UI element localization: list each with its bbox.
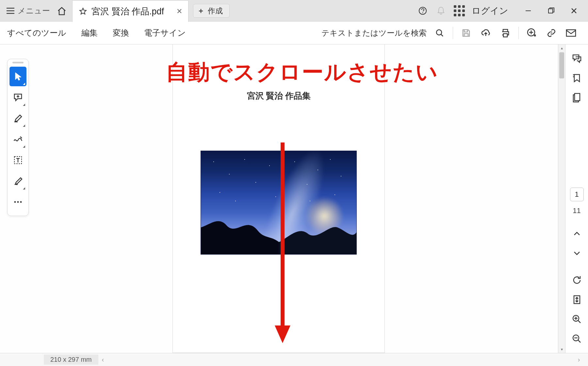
title-bar: メニュー 宮沢 賢治 作品.pdf ✕ ＋ 作成 ログイン	[0, 0, 588, 22]
hscroll-left-button[interactable]: ‹	[98, 356, 107, 363]
help-icon	[418, 7, 427, 15]
page-number-input[interactable]: 1	[570, 188, 584, 201]
svg-rect-13	[575, 93, 580, 101]
title-bar-right: ログイン	[414, 0, 588, 21]
link-icon	[547, 28, 556, 38]
minimize-icon	[525, 8, 531, 14]
document-heading: 宮沢 賢治 作品集	[173, 90, 384, 102]
window-close-button[interactable]	[563, 0, 585, 22]
document-scroll[interactable]: 宮沢 賢治 作品集	[0, 44, 557, 353]
page-total: 11	[573, 207, 580, 215]
scroll-thumb[interactable]	[559, 52, 564, 78]
zoom-out-button[interactable]	[569, 331, 585, 347]
window-maximize-button[interactable]	[540, 0, 563, 22]
tool-select[interactable]	[9, 67, 26, 86]
link-button[interactable]	[542, 23, 561, 43]
more-icon	[14, 200, 22, 204]
pages-icon	[573, 93, 581, 103]
ai-icon	[527, 28, 537, 38]
draw-icon	[13, 136, 23, 143]
bookmark-icon	[572, 74, 581, 83]
home-button[interactable]	[54, 0, 70, 22]
menu-label[interactable]: メニュー	[18, 6, 50, 16]
tool-sign[interactable]	[9, 171, 26, 191]
login-button[interactable]: ログイン	[472, 5, 508, 17]
cloud-upload-button[interactable]	[476, 23, 496, 43]
pdf-page: 宮沢 賢治 作品集	[172, 44, 385, 353]
hscroll-right-button[interactable]: ›	[574, 356, 583, 363]
page-image	[201, 151, 357, 255]
svg-marker-6	[15, 73, 21, 80]
body: 宮沢 賢治 作品集 自動でスク	[0, 44, 588, 353]
toolbar-grip[interactable]	[12, 62, 24, 63]
svg-rect-5	[566, 30, 576, 36]
save-button[interactable]	[456, 23, 476, 43]
new-tab-label: 作成	[208, 6, 223, 16]
hamburger-menu-button[interactable]	[3, 0, 18, 22]
tab-title: 宮沢 賢治 作品.pdf	[91, 6, 164, 17]
comment-icon	[13, 93, 23, 102]
print-button[interactable]	[496, 23, 515, 43]
floating-toolbar[interactable]	[7, 59, 29, 216]
help-button[interactable]	[414, 0, 432, 22]
panel-comments-button[interactable]	[569, 50, 585, 67]
new-tab-button[interactable]: ＋ 作成	[193, 4, 230, 18]
panel-thumbnails-button[interactable]	[569, 90, 585, 106]
page-dimensions: 210 x 297 mm	[44, 355, 98, 365]
menu-all-tools[interactable]: すべてのツール	[7, 27, 66, 38]
star-icon[interactable]	[79, 8, 87, 15]
menu-convert[interactable]: 変換	[113, 27, 129, 38]
svg-point-8	[14, 201, 16, 203]
notifications-button[interactable]	[432, 0, 450, 22]
svg-point-10	[20, 201, 22, 203]
menu-esign[interactable]: 電子サイン	[144, 27, 186, 38]
scroll-down-button[interactable]: ▾	[558, 346, 565, 353]
tool-highlight[interactable]	[9, 108, 26, 128]
save-icon	[462, 28, 471, 38]
search-placeholder[interactable]: テキストまたはツールを検索	[321, 28, 427, 38]
rotate-icon	[572, 275, 581, 285]
tab-close-button[interactable]: ✕	[176, 7, 182, 16]
zoom-in-button[interactable]	[569, 311, 585, 327]
rotate-button[interactable]	[569, 272, 585, 288]
tool-comment[interactable]	[9, 88, 26, 107]
ai-assistant-button[interactable]	[522, 23, 542, 43]
vertical-scrollbar[interactable]: ▴ ▾	[558, 44, 565, 353]
plus-icon: ＋	[197, 6, 204, 16]
mail-icon	[566, 29, 576, 37]
search-icon	[435, 29, 444, 37]
close-icon	[571, 8, 577, 14]
right-panel: 1 11	[565, 44, 588, 353]
status-bar: 210 x 297 mm ‹ ›	[0, 353, 588, 366]
home-icon	[57, 6, 67, 15]
chevron-down-icon	[573, 251, 580, 256]
window-minimize-button[interactable]	[517, 0, 540, 22]
tool-more[interactable]	[9, 192, 26, 212]
sign-icon	[13, 177, 23, 185]
page-down-button[interactable]	[569, 245, 585, 261]
scroll-up-button[interactable]: ▴	[558, 44, 565, 52]
svg-point-1	[422, 12, 423, 13]
chevron-up-icon	[573, 231, 580, 236]
menu-edit[interactable]: 編集	[81, 27, 98, 38]
share-button[interactable]	[561, 23, 581, 43]
tool-draw[interactable]	[9, 129, 26, 149]
page-fit-button[interactable]	[569, 291, 585, 308]
app-grid-button[interactable]	[450, 0, 468, 22]
svg-point-9	[17, 201, 19, 203]
maximize-icon	[548, 8, 554, 14]
title-bar-left: メニュー	[0, 0, 72, 21]
print-icon	[500, 28, 510, 38]
highlight-icon	[13, 114, 23, 123]
cloud-upload-icon	[481, 29, 491, 37]
document-tab[interactable]: 宮沢 賢治 作品.pdf ✕	[72, 0, 188, 22]
document-area[interactable]: 宮沢 賢治 作品集 自動でスク	[0, 44, 565, 353]
comments-icon	[572, 54, 582, 63]
svg-rect-2	[548, 9, 553, 13]
page-up-button[interactable]	[569, 225, 585, 242]
hamburger-icon	[6, 8, 15, 14]
tool-textbox[interactable]	[9, 150, 26, 170]
zoom-out-icon	[572, 334, 581, 343]
search-button[interactable]	[430, 23, 449, 43]
panel-bookmarks-button[interactable]	[569, 70, 585, 86]
